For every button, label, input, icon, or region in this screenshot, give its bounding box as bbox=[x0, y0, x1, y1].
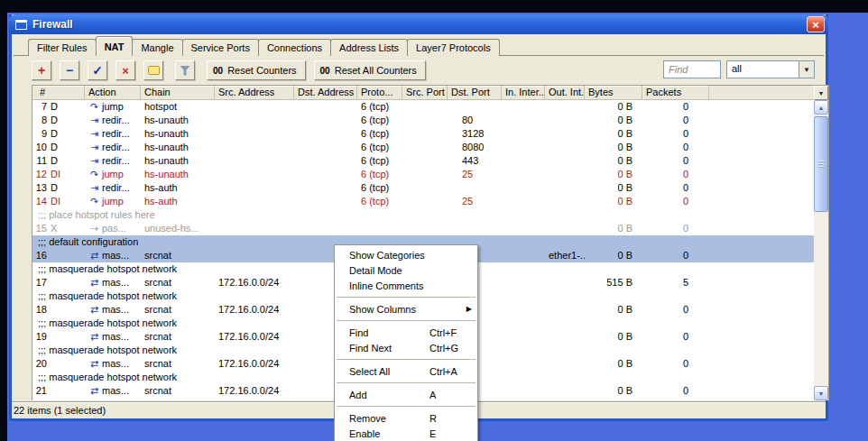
column-header-src-port[interactable]: Src. Port bbox=[402, 86, 448, 100]
cell-packets: 0 bbox=[642, 303, 709, 317]
menu-item-shortcut: Ctrl+A bbox=[429, 366, 457, 377]
comment-button[interactable] bbox=[143, 60, 163, 80]
comment-row[interactable]: ;;; place hotspot rules here bbox=[32, 208, 814, 222]
menu-item-select-all[interactable]: Select AllCtrl+A bbox=[335, 363, 477, 379]
disable-button[interactable]: × bbox=[115, 60, 135, 80]
menu-separator bbox=[337, 297, 476, 298]
rule-row-12[interactable]: 12DI↷jumphs-unauth6 (tcp)250 B0 bbox=[32, 168, 814, 181]
dropdown-arrow-icon[interactable] bbox=[799, 61, 814, 78]
cell-src_address bbox=[215, 127, 294, 141]
cell-dst_port: 25 bbox=[448, 195, 502, 208]
close-button[interactable] bbox=[807, 16, 825, 32]
reset-all-counters-button[interactable]: 00 Reset All Counters bbox=[314, 60, 426, 80]
cell-src_port bbox=[402, 127, 448, 141]
redirect-icon: ⇥ bbox=[88, 154, 100, 168]
column-header-proto[interactable]: Proto... bbox=[357, 86, 402, 100]
filter-button[interactable] bbox=[175, 60, 195, 80]
cell-action: ⇥redir... bbox=[85, 141, 141, 154]
column-select-button[interactable] bbox=[814, 86, 828, 100]
cell-out_interface bbox=[545, 303, 585, 317]
cell-packets: 5 bbox=[642, 276, 709, 289]
tab-mangle[interactable]: Mangle bbox=[132, 39, 182, 56]
rule-number: 10 bbox=[32, 141, 47, 154]
menu-item-label: Find Next bbox=[349, 343, 392, 354]
rule-row-10[interactable]: 10D⇥redir...hs-unauth6 (tcp)80800 B0 bbox=[32, 141, 814, 154]
tab-service-ports[interactable]: Service Ports bbox=[182, 39, 259, 56]
rule-row-8[interactable]: 8D⇥redir...hs-unauth6 (tcp)800 B0 bbox=[32, 114, 814, 127]
cell-protocol: 6 (tcp) bbox=[357, 141, 402, 154]
redirect-icon: ⇥ bbox=[88, 127, 100, 141]
menu-item-enable[interactable]: EnableE bbox=[335, 426, 477, 441]
cell-num: 21 bbox=[32, 384, 85, 398]
column-header-packets[interactable]: Packets bbox=[642, 86, 709, 100]
menu-item-show-columns[interactable]: Show Columns▶ bbox=[335, 301, 477, 317]
cell-chain: hs-unauth bbox=[141, 114, 215, 127]
cell-packets: 0 bbox=[642, 141, 709, 154]
cell-chain: hs-auth bbox=[141, 181, 215, 195]
menu-item-inline-comments[interactable]: Inline Comments bbox=[335, 278, 477, 293]
rule-row-15[interactable]: 15X⇢pas...unused-hs...0 B0 bbox=[32, 222, 814, 235]
cell-in_interface bbox=[502, 357, 545, 371]
menu-item-remove[interactable]: RemoveR bbox=[335, 410, 477, 426]
rule-number: 21 bbox=[32, 384, 47, 398]
reset-counters-button[interactable]: 00 Reset Counters bbox=[207, 60, 306, 80]
cell-dst_address bbox=[294, 100, 357, 114]
column-header-dst-address[interactable]: Dst. Address bbox=[294, 86, 357, 100]
rule-row-11[interactable]: 11D⇥redir...hs-unauth6 (tcp)4430 B0 bbox=[32, 154, 814, 168]
menu-item-find[interactable]: FindCtrl+F bbox=[335, 325, 477, 340]
cell-action: ⇄mas... bbox=[85, 276, 141, 289]
rule-row-9[interactable]: 9D⇥redir...hs-unauth6 (tcp)31280 B0 bbox=[32, 127, 814, 141]
tab-layer7-protocols[interactable]: Layer7 Protocols bbox=[407, 39, 500, 56]
find-input[interactable] bbox=[663, 60, 721, 78]
filter-dropdown[interactable]: all bbox=[726, 60, 815, 78]
tab-filter-rules[interactable]: Filter Rules bbox=[28, 39, 97, 56]
rule-number: 20 bbox=[32, 357, 47, 371]
vertical-scrollbar[interactable] bbox=[814, 100, 828, 400]
cell-bytes: 0 B bbox=[585, 168, 642, 181]
menu-item-detail-mode[interactable]: Detail Mode bbox=[335, 262, 477, 278]
enable-button[interactable]: ✓ bbox=[88, 60, 107, 80]
rule-number: 17 bbox=[32, 276, 47, 289]
menu-item-find-next[interactable]: Find NextCtrl+G bbox=[335, 340, 477, 355]
column-header-out-int[interactable]: Out. Int... bbox=[545, 86, 585, 100]
scroll-up-button[interactable] bbox=[814, 100, 828, 115]
cell-num: 10D bbox=[32, 141, 85, 154]
column-header-bytes[interactable]: Bytes bbox=[585, 86, 642, 100]
rule-row-13[interactable]: 13D⇥redir...hs-auth6 (tcp)0 B0 bbox=[32, 181, 814, 195]
cell-dst_address bbox=[294, 127, 357, 141]
action-label: mas... bbox=[102, 358, 129, 369]
column-header-dst-port[interactable]: Dst. Port bbox=[448, 86, 502, 100]
cell-dst_address bbox=[294, 168, 357, 181]
rule-row-7[interactable]: 7D↷jumphotspot6 (tcp)0 B0 bbox=[32, 100, 814, 114]
cell-num: 18 bbox=[32, 303, 85, 317]
cell-packets: 0 bbox=[642, 168, 709, 181]
cell-num: 16 bbox=[32, 249, 85, 262]
remove-button[interactable]: − bbox=[60, 60, 79, 80]
masquerade-icon: ⇄ bbox=[88, 384, 100, 398]
cell-out_interface bbox=[545, 181, 585, 195]
cell-packets: 0 bbox=[642, 100, 709, 114]
masquerade-icon: ⇄ bbox=[88, 249, 100, 262]
scrollbar-thumb[interactable] bbox=[814, 116, 828, 212]
tab-connections[interactable]: Connections bbox=[258, 39, 331, 56]
tab-nat[interactable]: NAT bbox=[96, 36, 134, 56]
column-header-chain[interactable]: Chain bbox=[141, 86, 215, 100]
titlebar[interactable]: Firewall bbox=[9, 14, 828, 34]
column-header-[interactable]: # bbox=[32, 86, 85, 100]
cell-packets: 0 bbox=[642, 249, 709, 262]
menu-item-show-categories[interactable]: Show Categories bbox=[335, 247, 477, 262]
add-button[interactable]: + bbox=[32, 60, 51, 80]
rule-row-14[interactable]: 14DI↷jumphs-auth6 (tcp)250 B0 bbox=[32, 195, 814, 208]
cell-out_interface bbox=[545, 168, 585, 181]
column-header-in-inter[interactable]: In. Inter... bbox=[502, 86, 545, 100]
cell-src_address: 172.16.0.0/24 bbox=[215, 303, 294, 317]
menu-item-add[interactable]: AddA bbox=[335, 387, 477, 402]
tab-address-lists[interactable]: Address Lists bbox=[330, 39, 408, 56]
table-header: #ActionChainSrc. AddressDst. AddressProt… bbox=[32, 86, 814, 100]
column-header-src-address[interactable]: Src. Address bbox=[215, 86, 294, 100]
enable-icon: ✓ bbox=[92, 64, 103, 77]
scroll-down-button[interactable] bbox=[814, 386, 828, 400]
cell-out_interface bbox=[545, 127, 585, 141]
column-header-action[interactable]: Action bbox=[85, 86, 141, 100]
counter-badge-icon: 00 bbox=[213, 66, 223, 76]
